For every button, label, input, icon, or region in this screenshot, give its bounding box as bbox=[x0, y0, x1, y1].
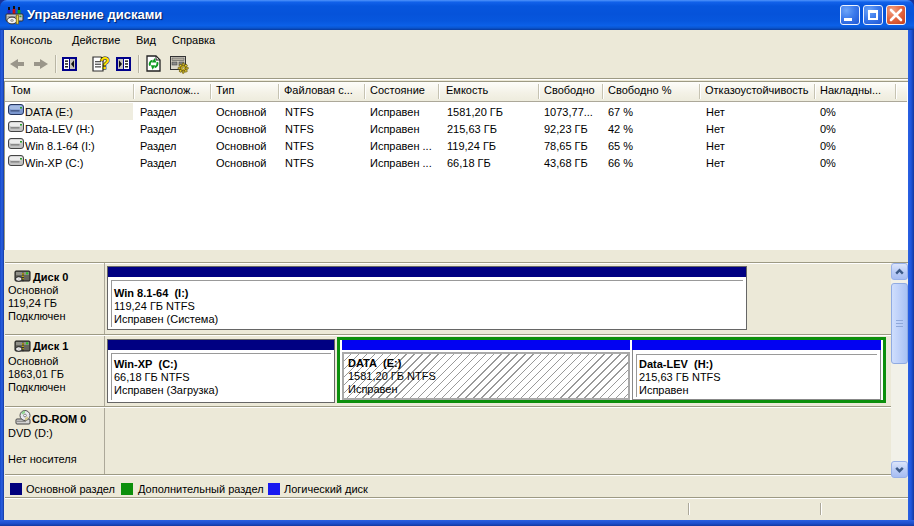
svg-text:?: ? bbox=[100, 55, 110, 72]
